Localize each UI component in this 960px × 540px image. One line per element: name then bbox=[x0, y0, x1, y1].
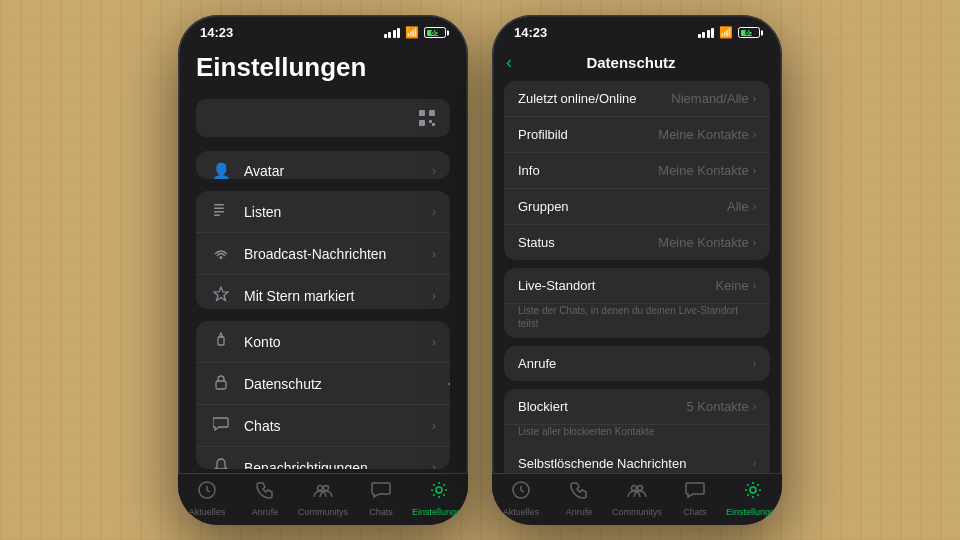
tab-einstellungen-label-right: Einstellungen bbox=[726, 507, 780, 517]
svg-rect-14 bbox=[218, 337, 224, 345]
tab-einstellungen-right[interactable]: Einstellungen bbox=[724, 480, 782, 517]
blockiert-value: 5 Kontakte bbox=[687, 399, 749, 414]
broadcast-item[interactable]: Broadcast-Nachrichten › bbox=[196, 233, 450, 275]
anrufe-icon-right bbox=[569, 480, 589, 505]
tab-communitys-right[interactable]: Communitys bbox=[608, 480, 666, 517]
battery-icon: 65 bbox=[424, 27, 446, 38]
blockiert-label: Blockiert bbox=[518, 399, 687, 414]
starred-icon bbox=[210, 286, 232, 305]
tab-einstellungen-left[interactable]: Einstellungen bbox=[410, 480, 468, 517]
back-button[interactable]: ‹ bbox=[506, 52, 512, 73]
gruppen-value: Alle bbox=[727, 199, 749, 214]
profilbild-label: Profilbild bbox=[518, 127, 658, 142]
svg-point-27 bbox=[750, 487, 756, 493]
tab-chats-left[interactable]: Chats bbox=[352, 480, 410, 517]
starred-label: Mit Stern markiert bbox=[244, 288, 432, 304]
avatar-label: Avatar bbox=[244, 163, 432, 179]
zuletzt-label: Zuletzt online/Online bbox=[518, 91, 671, 106]
info-item[interactable]: Info Meine Kontakte › bbox=[504, 153, 770, 189]
live-standort-value: Keine bbox=[715, 278, 748, 293]
starred-item[interactable]: Mit Stern markiert › bbox=[196, 275, 450, 309]
datenschutz-icon bbox=[210, 374, 232, 393]
status-icons-right: 📶 65 bbox=[698, 26, 761, 39]
tab-chats-label-right: Chats bbox=[683, 507, 707, 517]
live-standort-item[interactable]: Live-Standort Keine › bbox=[504, 268, 770, 304]
svg-rect-8 bbox=[214, 215, 220, 217]
broadcast-label: Broadcast-Nachrichten bbox=[244, 246, 432, 262]
datenschutz-item[interactable]: Datenschutz bbox=[196, 363, 450, 405]
einstellungen-icon-right bbox=[743, 480, 763, 505]
section2: Konto › Datenschutz Chats › Bena bbox=[196, 321, 450, 469]
signal-icon-right bbox=[698, 28, 715, 38]
chats-label: Chats bbox=[244, 418, 432, 434]
svg-rect-0 bbox=[419, 110, 425, 116]
info-label: Info bbox=[518, 163, 658, 178]
anrufe-section: Anrufe › bbox=[504, 346, 770, 381]
status-item[interactable]: Status Meine Kontakte › bbox=[504, 225, 770, 260]
chats-item[interactable]: Chats › bbox=[196, 405, 450, 447]
datenschutz-content: Zuletzt online/Online Niemand/Alle › Pro… bbox=[492, 81, 782, 473]
battery-icon-right: 65 bbox=[738, 27, 760, 38]
listen-icon bbox=[210, 202, 232, 221]
settings-header: Einstellungen bbox=[178, 44, 468, 93]
selbstloeschend-label: Selbstlöschende Nachrichten bbox=[518, 456, 753, 471]
tab-communitys-label-right: Communitys bbox=[612, 507, 662, 517]
svg-rect-15 bbox=[216, 381, 226, 389]
time-left: 14:23 bbox=[200, 25, 233, 40]
svg-rect-2 bbox=[419, 120, 425, 126]
signal-icon bbox=[384, 28, 401, 38]
chats-tab-icon-left bbox=[371, 480, 391, 505]
tab-aktuelles-left[interactable]: Aktuelles bbox=[178, 480, 236, 517]
section1: Listen › Broadcast-Nachrichten › Mit Ste… bbox=[196, 191, 450, 309]
tab-chats-right[interactable]: Chats bbox=[666, 480, 724, 517]
time-right: 14:23 bbox=[514, 25, 547, 40]
privacy-section: Zuletzt online/Online Niemand/Alle › Pro… bbox=[504, 81, 770, 260]
tab-chats-label: Chats bbox=[369, 507, 393, 517]
profilbild-value: Meine Kontakte bbox=[658, 127, 748, 142]
svg-rect-6 bbox=[214, 208, 224, 210]
svg-rect-5 bbox=[214, 204, 224, 206]
zuletzt-item[interactable]: Zuletzt online/Online Niemand/Alle › bbox=[504, 81, 770, 117]
qr-button[interactable] bbox=[416, 107, 438, 129]
right-phone: 14:23 📶 65 ‹ Datenschutz Zuletzt online/… bbox=[492, 15, 782, 525]
profilbild-item[interactable]: Profilbild Meine Kontakte › bbox=[504, 117, 770, 153]
notifications-item[interactable]: Benachrichtigungen › bbox=[196, 447, 450, 469]
avatar-chevron: › bbox=[432, 164, 436, 178]
left-phone: 14:23 📶 65 Einstellungen bbox=[178, 15, 468, 525]
info-value: Meine Kontakte bbox=[658, 163, 748, 178]
wifi-icon: 📶 bbox=[405, 26, 419, 39]
konto-item[interactable]: Konto › bbox=[196, 321, 450, 363]
listen-item[interactable]: Listen › bbox=[196, 191, 450, 233]
blockiert-item[interactable]: Blockiert 5 Kontakte › bbox=[504, 389, 770, 425]
gruppen-item[interactable]: Gruppen Alle › bbox=[504, 189, 770, 225]
gruppen-label: Gruppen bbox=[518, 199, 727, 214]
tab-anrufe-right[interactable]: Anrufe bbox=[550, 480, 608, 517]
selbstloeschend-item[interactable]: Selbstlöschende Nachrichten › bbox=[504, 446, 770, 473]
tab-aktuelles-right[interactable]: Aktuelles bbox=[492, 480, 550, 517]
svg-point-21 bbox=[318, 486, 323, 491]
status-icons-left: 📶 65 bbox=[384, 26, 447, 39]
tab-communitys-label: Communitys bbox=[298, 507, 348, 517]
svg-point-25 bbox=[632, 486, 637, 491]
communitys-icon-left bbox=[313, 480, 333, 505]
communitys-icon-right bbox=[627, 480, 647, 505]
blockiert-sub: Liste aller blockierten Kontakte bbox=[504, 425, 770, 446]
tab-anrufe-left[interactable]: Anrufe bbox=[236, 480, 294, 517]
datenschutz-title: Datenschutz bbox=[520, 54, 742, 71]
avatar-item[interactable]: 👤 Avatar › bbox=[196, 151, 450, 179]
wifi-icon-right: 📶 bbox=[719, 26, 733, 39]
svg-point-26 bbox=[638, 486, 643, 491]
avatar-icon: 👤 bbox=[210, 162, 232, 179]
settings-title: Einstellungen bbox=[196, 52, 450, 83]
datenschutz-header: ‹ Datenschutz bbox=[492, 44, 782, 81]
tab-aktuelles-label-right: Aktuelles bbox=[503, 507, 540, 517]
search-input[interactable] bbox=[208, 111, 408, 125]
status-bar-right: 14:23 📶 65 bbox=[492, 15, 782, 44]
einstellungen-icon-left bbox=[429, 480, 449, 505]
tab-communitys-left[interactable]: Communitys bbox=[294, 480, 352, 517]
tab-anrufe-label-right: Anrufe bbox=[566, 507, 593, 517]
avatar-section: 👤 Avatar › bbox=[196, 151, 450, 179]
search-bar[interactable] bbox=[196, 99, 450, 137]
blocked-section: Blockiert 5 Kontakte › Liste aller block… bbox=[504, 389, 770, 473]
anrufe-item[interactable]: Anrufe › bbox=[504, 346, 770, 381]
